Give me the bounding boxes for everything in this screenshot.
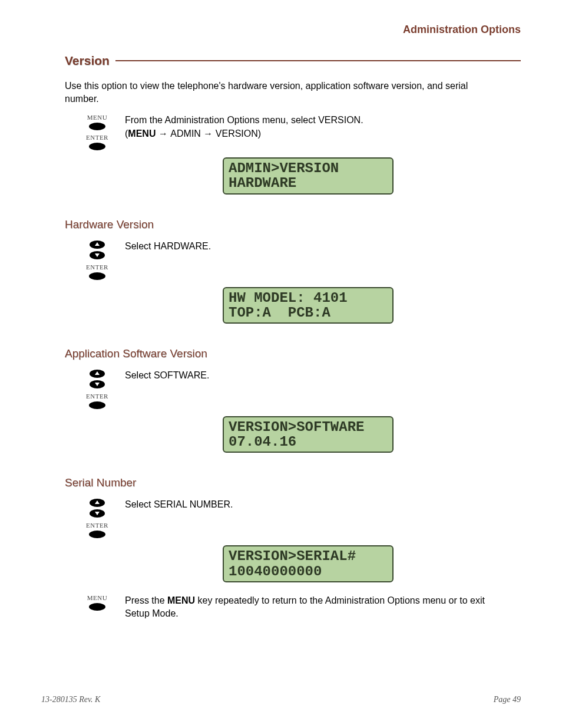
lcd-hardware-line2: TOP:A PCB:A	[229, 305, 330, 321]
enter-key-icon-sw	[89, 401, 105, 409]
exit-text-before: Press the	[125, 595, 167, 605]
hardware-title: Hardware Version	[65, 218, 521, 231]
step-version-line1: From the Administration Options menu, se…	[125, 115, 363, 125]
section-title-rule	[115, 60, 521, 61]
lcd-version-line1: ADMIN>VERSION	[229, 160, 339, 176]
menu-key-icon-exit	[89, 603, 105, 611]
footer-left: 13-280135 Rev. K	[41, 695, 100, 704]
path-suffix: )	[258, 129, 261, 139]
enter-key-label-sw: ENTER	[86, 393, 108, 400]
exit-text: Press the MENU key repeatedly to return …	[112, 594, 497, 621]
software-title: Application Software Version	[65, 347, 521, 360]
lcd-version-line2: HARDWARE	[229, 175, 296, 191]
up-arrow-icon	[90, 241, 105, 249]
footer-right: Page 49	[494, 695, 521, 704]
up-arrow-icon	[90, 370, 105, 378]
lcd-software-line1: VERSION>SOFTWARE	[229, 419, 364, 435]
intro-text: Use this option to view the telephone's …	[65, 80, 497, 105]
key-icons-menu-enter: MENU ENTER	[82, 114, 112, 153]
lcd-serial-line2: 10040000000	[229, 564, 322, 579]
exit-text-bold: MENU	[167, 595, 195, 605]
software-step-text: Select SOFTWARE.	[112, 369, 497, 382]
path-sep-1: →	[156, 129, 170, 139]
key-icons-menu-exit: MENU	[82, 594, 112, 613]
page-header: Administration Options	[41, 24, 521, 36]
lcd-hardware: HW MODEL: 4101 TOP:A PCB:A	[223, 287, 394, 324]
path-sep-2: →	[201, 129, 216, 139]
up-arrow-icon	[90, 499, 105, 507]
path-menu: MENU	[128, 129, 156, 139]
lcd-serial: VERSION>SERIAL# 10040000000	[223, 545, 394, 582]
enter-key-icon-hw	[89, 272, 105, 280]
lcd-version: ADMIN>VERSION HARDWARE	[223, 157, 394, 194]
lcd-serial-line1: VERSION>SERIAL#	[229, 548, 356, 564]
key-icons-arrows-enter-hw: ENTER	[82, 240, 112, 282]
hardware-step-text: Select HARDWARE.	[112, 240, 497, 253]
serial-title: Serial Number	[65, 476, 521, 489]
path-version: VERSION	[216, 129, 258, 139]
section-title: Version	[65, 54, 521, 68]
lcd-software: VERSION>SOFTWARE 07.04.16	[223, 416, 394, 453]
page-footer: 13-280135 Rev. K Page 49	[41, 695, 521, 704]
menu-key-label: MENU	[87, 114, 107, 121]
lcd-hardware-line1: HW MODEL: 4101	[229, 290, 348, 306]
down-arrow-icon	[90, 509, 105, 518]
step-version-text: From the Administration Options menu, se…	[112, 114, 497, 140]
down-arrow-icon	[90, 251, 105, 259]
enter-key-label-hw: ENTER	[86, 263, 108, 271]
serial-step-text: Select SERIAL NUMBER.	[112, 498, 497, 511]
menu-key-icon	[89, 123, 105, 130]
enter-key-label-sn: ENTER	[86, 522, 108, 529]
enter-key-label: ENTER	[86, 134, 108, 141]
enter-key-icon-sn	[89, 531, 105, 538]
section-title-text: Version	[65, 54, 110, 68]
path-admin: ADMIN	[170, 129, 201, 139]
menu-key-label-exit: MENU	[87, 594, 107, 601]
enter-key-icon	[89, 143, 105, 150]
key-icons-arrows-enter-sw: ENTER	[82, 369, 112, 411]
lcd-software-line2: 07.04.16	[229, 434, 296, 450]
down-arrow-icon	[90, 380, 105, 388]
key-icons-arrows-enter-sn: ENTER	[82, 498, 112, 541]
